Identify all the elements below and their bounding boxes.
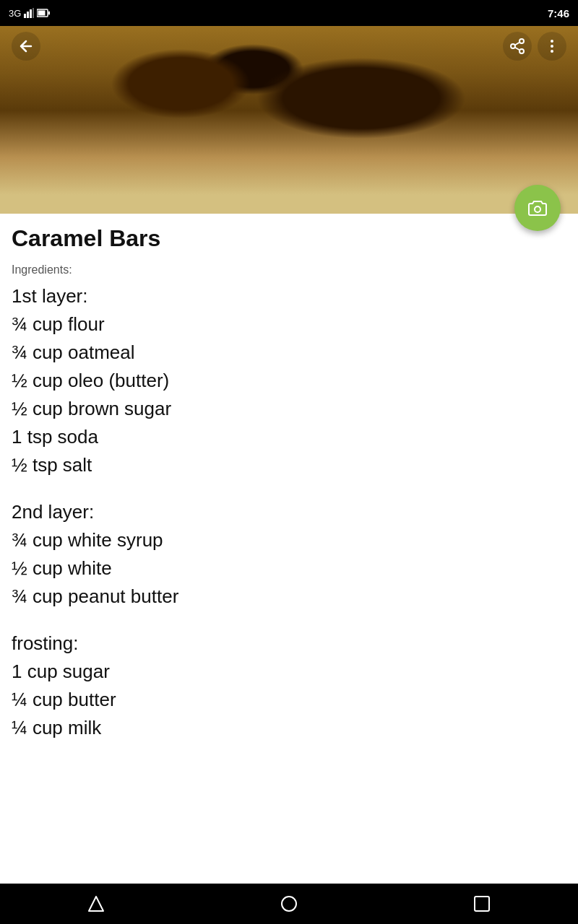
svg-line-10 — [515, 48, 520, 51]
section-3-header: frosting: — [12, 629, 566, 658]
time-text: 7:46 — [548, 7, 569, 19]
more-button[interactable] — [538, 32, 566, 61]
svg-rect-0 — [24, 14, 26, 18]
ingredients-label: Ingredients: — [12, 263, 566, 276]
nav-back-icon — [86, 894, 106, 914]
svg-rect-2 — [30, 9, 32, 18]
ingredient-2-3: ¾ cup peanut butter — [12, 583, 566, 611]
toolbar — [0, 26, 578, 66]
svg-point-17 — [282, 897, 296, 911]
recipe-sections: 1st layer: ¾ cup flour ¾ cup oatmeal ½ c… — [12, 282, 566, 742]
signal-text: 3G — [9, 8, 21, 19]
nav-recent-button[interactable] — [460, 889, 504, 918]
svg-point-13 — [551, 45, 553, 48]
nav-bar — [0, 884, 578, 924]
ingredient-2-1: ¾ cup white syrup — [12, 526, 566, 554]
ingredient-1-3: ½ cup oleo (butter) — [12, 367, 566, 395]
section-2-header: 2nd layer: — [12, 498, 566, 526]
ingredient-3-3: ¼ cup milk — [12, 714, 566, 742]
ingredient-1-1: ¾ cup flour — [12, 310, 566, 339]
nav-home-button[interactable] — [267, 889, 311, 918]
recipe-content: Caramel Bars Ingredients: 1st layer: ¾ c… — [0, 214, 578, 884]
svg-point-15 — [535, 206, 540, 212]
svg-rect-3 — [33, 8, 34, 18]
svg-marker-16 — [89, 897, 103, 911]
svg-point-14 — [551, 50, 553, 53]
ingredient-3-2: ¼ cup butter — [12, 686, 566, 714]
ingredient-1-6: ½ tsp salt — [12, 451, 566, 479]
back-button[interactable] — [12, 32, 40, 61]
section-1-header: 1st layer: — [12, 282, 566, 310]
svg-rect-5 — [38, 11, 46, 16]
status-bar: 3G 7:46 — [0, 0, 578, 26]
svg-rect-6 — [48, 12, 50, 15]
svg-line-11 — [515, 43, 520, 45]
recipe-title: Caramel Bars — [12, 225, 566, 252]
camera-fab[interactable] — [514, 185, 561, 231]
svg-rect-18 — [475, 897, 489, 911]
svg-point-7 — [519, 39, 524, 43]
nav-recent-icon — [472, 894, 492, 914]
svg-point-12 — [551, 40, 553, 43]
ingredient-1-4: ½ cup brown sugar — [12, 395, 566, 423]
more-icon — [543, 38, 561, 55]
battery-icon — [37, 9, 50, 17]
nav-home-icon — [279, 894, 299, 914]
nav-back-button[interactable] — [74, 889, 118, 918]
ingredient-3-1: 1 cup sugar — [12, 658, 566, 686]
svg-rect-1 — [27, 12, 29, 18]
share-button[interactable] — [503, 32, 532, 61]
back-icon — [17, 38, 35, 55]
ingredient-1-5: 1 tsp soda — [12, 423, 566, 451]
svg-point-8 — [511, 44, 515, 48]
signal-icon — [24, 8, 34, 18]
ingredient-1-2: ¾ cup oatmeal — [12, 339, 566, 367]
camera-icon — [527, 197, 548, 219]
svg-point-9 — [519, 49, 524, 53]
share-icon — [509, 38, 526, 55]
ingredient-2-2: ½ cup white — [12, 554, 566, 583]
